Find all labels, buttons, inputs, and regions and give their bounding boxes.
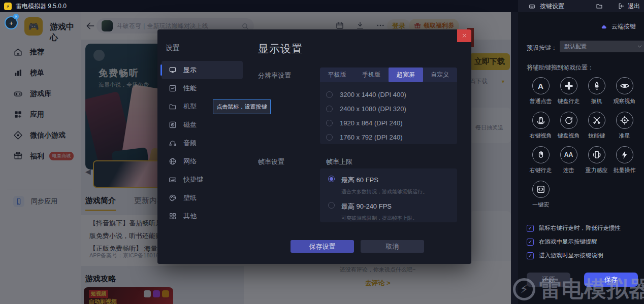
keymap-sidebar: 按键设置 退出 云端按键 预设按键： 默认配置 将辅助键拖到游戏位置： A 普通… [518, 0, 644, 304]
dialog-close-button[interactable] [457, 29, 471, 42]
keymap-option[interactable]: ✓ 在游戏中显示按键提醒 [527, 238, 621, 246]
settings-menu-item[interactable]: 音频 [162, 134, 243, 152]
fps-option[interactable]: 最高 60 FPS 适合大多数情况，游戏能够流畅运行。 [328, 176, 457, 195]
tool-label: 键盘视角 [558, 132, 580, 140]
radio-icon [328, 202, 335, 209]
save-settings-button[interactable]: 保存设置 [291, 240, 354, 253]
tool-label: 右键行走 [530, 166, 552, 174]
resolution-option[interactable]: 1920 x 864 (DPI 240) [326, 116, 457, 130]
keymap-tooltip: 点击鼠标，设置按键 [213, 99, 271, 114]
menu-icon [169, 66, 177, 74]
keyboard-icon [528, 3, 536, 10]
keymap-tool[interactable]: 键盘视角 [555, 112, 583, 140]
keymap-tool[interactable]: A 普通点击 [527, 77, 555, 105]
radio-icon [326, 106, 333, 112]
tool-label: 技能键 [588, 132, 605, 140]
restore-button[interactable]: 还原 [527, 273, 570, 287]
tool-icon[interactable] [532, 112, 550, 129]
resolution-value: 3200 x 1440 (DPI 400) [340, 91, 406, 98]
resolution-tabs: 平板版手机版超宽屏自定义 [320, 67, 457, 82]
app-logo-icon: ⚡ [4, 3, 12, 10]
menu-label: 网络 [183, 157, 197, 166]
keymap-tool[interactable]: 准星 [610, 112, 638, 140]
tool-icon[interactable] [532, 181, 550, 198]
resolution-option[interactable]: 1760 x 792 (DPI 240) [326, 130, 457, 144]
menu-label: 其他 [183, 212, 197, 221]
tool-icon[interactable] [588, 146, 605, 163]
save-button[interactable]: 保存 [584, 273, 638, 287]
resolution-tab[interactable]: 自定义 [423, 67, 458, 82]
chevron-down-icon [637, 44, 642, 49]
preset-value: 默认配置 [564, 43, 587, 50]
tool-label: 批量操作 [614, 166, 636, 174]
tool-icon[interactable] [616, 77, 633, 94]
tool-icon[interactable] [588, 112, 605, 129]
menu-label: 磁盘 [183, 120, 197, 129]
menu-label: 显示 [183, 65, 197, 75]
keymap-tool[interactable]: AA 连击 [555, 146, 583, 174]
settings-menu-item[interactable]: 壁纸 [162, 189, 243, 207]
keymap-options: ✓ 鼠标右键行走时，降低行走惯性 ✓ 在游戏中显示按键提醒 ✓ 进入游戏时显示按… [527, 224, 621, 265]
cancel-button[interactable]: 取消 [361, 240, 424, 253]
keymap-option[interactable]: ✓ 鼠标右键行走时，降低行走惯性 [527, 224, 621, 232]
resolution-option[interactable]: 2400 x 1080 (DPI 320) [326, 102, 457, 116]
checkbox-checked-icon[interactable]: ✓ [527, 252, 534, 259]
keymap-tool-grid: A 普通点击 键盘行走 扳机 观察视角 右键视角 键盘视角 [527, 77, 638, 209]
resolution-tab[interactable]: 超宽屏 [389, 67, 423, 82]
keymap-tool[interactable]: 右键视角 [527, 112, 555, 140]
fps-panel: 最高 60 FPS 适合大多数情况，游戏能够流畅运行。 最高 90-240 FP… [320, 168, 457, 222]
folder-icon[interactable] [595, 3, 603, 10]
cloud-keys-button[interactable]: 云端按键 [600, 22, 636, 31]
tool-icon[interactable] [532, 146, 550, 163]
dialog-title: 设置 [166, 44, 180, 53]
preset-dropdown[interactable]: 默认配置 [560, 41, 644, 52]
menu-icon [169, 157, 177, 165]
display-settings-title: 显示设置 [258, 42, 303, 56]
resolution-tab[interactable]: 平板版 [320, 67, 355, 82]
fps-label: 帧率设置 [258, 157, 284, 166]
resolution-label: 分辨率设置 [258, 71, 291, 80]
keymap-tool[interactable]: 技能键 [583, 112, 610, 140]
tool-icon[interactable] [560, 112, 577, 129]
tool-icon[interactable]: A [532, 77, 550, 94]
checkbox-checked-icon[interactable]: ✓ [527, 239, 534, 246]
app-title: 雷电模拟器 9.5.0.0 [16, 2, 67, 11]
resolution-option[interactable]: 3200 x 1440 (DPI 400) [326, 87, 457, 102]
fps-option[interactable]: 最高 90-240 FPS 可突破游戏限制，提高帧率上限。 [328, 202, 457, 222]
keymap-tool[interactable]: 右键行走 [527, 146, 555, 174]
settings-menu-item[interactable]: 快捷键 [162, 171, 243, 189]
tool-icon[interactable] [616, 112, 633, 129]
float-close-icon[interactable]: ✕ [13, 14, 19, 19]
exit-icon[interactable] [618, 3, 625, 10]
resolution-value: 1920 x 864 (DPI 240) [340, 119, 403, 127]
keymap-tool[interactable]: 扳机 [583, 77, 610, 105]
scrollbar-track[interactable] [511, 12, 518, 304]
tool-label: 观察视角 [614, 97, 636, 105]
keymap-tool[interactable]: 键盘行走 [555, 77, 583, 105]
tool-label: 连击 [563, 166, 574, 174]
settings-menu-item[interactable]: 网络 [162, 152, 243, 171]
close-icon [462, 33, 467, 39]
tool-label: 键盘行走 [558, 97, 580, 105]
keymap-tool[interactable]: 一键宏 [527, 181, 555, 209]
keymap-tool[interactable]: 观察视角 [610, 77, 638, 105]
settings-menu-item[interactable]: 其他 [162, 207, 243, 225]
exit-label[interactable]: 退出 [628, 2, 640, 11]
tool-icon[interactable]: AA [560, 146, 577, 163]
resolution-tab[interactable]: 手机版 [355, 67, 389, 82]
settings-menu-item[interactable]: 性能 [162, 79, 243, 97]
tool-icon[interactable] [560, 77, 577, 94]
option-label: 在游戏中显示按键提醒 [539, 238, 597, 246]
tool-icon[interactable] [616, 146, 633, 163]
keymap-tool[interactable]: 重力感应 [583, 146, 610, 174]
radio-icon [326, 134, 333, 141]
settings-menu-item[interactable]: 显示 [162, 61, 243, 79]
tool-icon[interactable] [588, 77, 605, 94]
keymap-option[interactable]: ✓ 进入游戏时显示按键说明 [527, 252, 621, 259]
fps-option-desc: 适合大多数情况，游戏能够流畅运行。 [341, 188, 428, 195]
fps-option-desc: 可突破游戏限制，提高帧率上限。 [341, 215, 417, 222]
cloud-icon [600, 24, 608, 30]
settings-menu-item[interactable]: 磁盘 [162, 116, 243, 134]
checkbox-checked-icon[interactable]: ✓ [527, 225, 534, 232]
keymap-tool[interactable]: 批量操作 [610, 146, 638, 174]
